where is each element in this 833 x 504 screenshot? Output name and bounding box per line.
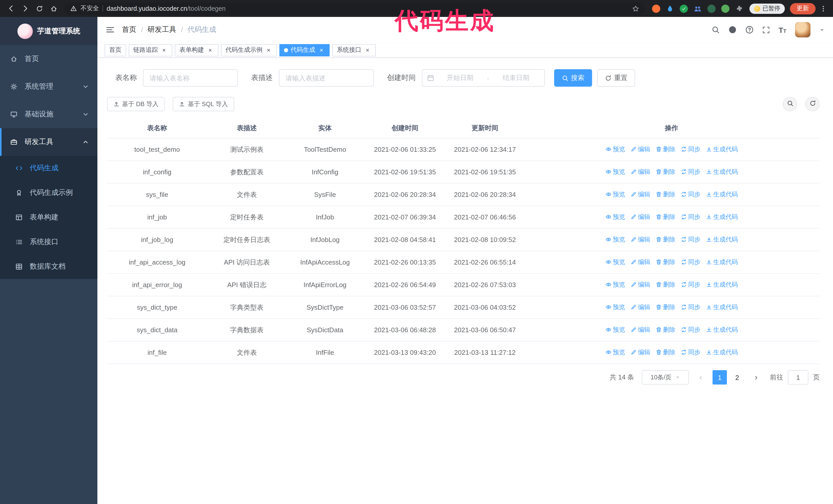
extension-drop-icon[interactable] bbox=[666, 4, 674, 13]
action-preview-link[interactable]: 预览 bbox=[605, 348, 625, 357]
tab-codegen-example[interactable]: 代码生成示例× bbox=[221, 44, 277, 56]
action-edit-link[interactable]: 编辑 bbox=[630, 303, 650, 312]
paused-badge[interactable]: 已暂停 bbox=[749, 3, 785, 14]
action-delete-link[interactable]: 删除 bbox=[656, 326, 675, 334]
sidebar-item-infra[interactable]: 基础设施 bbox=[0, 100, 97, 128]
action-edit-link[interactable]: 编辑 bbox=[630, 326, 650, 334]
action-preview-link[interactable]: 预览 bbox=[605, 168, 625, 176]
browser-menu-icon[interactable] bbox=[820, 5, 827, 12]
sidebar-toggle-icon[interactable] bbox=[105, 25, 115, 34]
action-edit-link[interactable]: 编辑 bbox=[630, 281, 650, 289]
action-delete-link[interactable]: 删除 bbox=[656, 145, 675, 154]
reload-icon[interactable] bbox=[33, 2, 46, 15]
date-range-picker[interactable]: 开始日期 - 结束日期 bbox=[422, 69, 545, 87]
action-generate-link[interactable]: 生成代码 bbox=[706, 326, 738, 334]
breadcrumb-item-home[interactable]: 首页 bbox=[122, 25, 136, 34]
action-edit-link[interactable]: 编辑 bbox=[630, 258, 650, 267]
action-edit-link[interactable]: 编辑 bbox=[630, 190, 650, 199]
action-delete-link[interactable]: 删除 bbox=[656, 258, 675, 267]
action-generate-link[interactable]: 生成代码 bbox=[706, 145, 738, 154]
sidebar-item-system[interactable]: 系统管理 bbox=[0, 73, 97, 100]
submenu-item-codegen-example[interactable]: 代码生成示例 bbox=[0, 181, 97, 205]
tab-api[interactable]: 系统接口× bbox=[332, 44, 376, 56]
prev-page-button[interactable]: ‹ bbox=[694, 370, 708, 385]
action-sync-link[interactable]: 同步 bbox=[681, 235, 700, 244]
action-edit-link[interactable]: 编辑 bbox=[630, 213, 650, 221]
action-delete-link[interactable]: 删除 bbox=[656, 281, 675, 289]
font-size-icon[interactable]: TT bbox=[779, 26, 786, 33]
action-sync-link[interactable]: 同步 bbox=[681, 190, 700, 199]
update-button[interactable]: 更新 bbox=[790, 3, 815, 14]
action-delete-link[interactable]: 删除 bbox=[656, 190, 675, 199]
action-generate-link[interactable]: 生成代码 bbox=[706, 168, 738, 176]
page-size-select[interactable]: 10条/页 bbox=[642, 370, 689, 385]
action-delete-link[interactable]: 删除 bbox=[656, 303, 675, 312]
import-sql-button[interactable]: 基于 SQL 导入 bbox=[173, 97, 234, 111]
tab-close-icon[interactable]: × bbox=[364, 46, 371, 54]
extension-chart-icon[interactable] bbox=[707, 4, 715, 13]
goto-page-input[interactable] bbox=[788, 370, 808, 385]
tab-home[interactable]: 首页 bbox=[104, 44, 126, 56]
action-preview-link[interactable]: 预览 bbox=[605, 281, 625, 289]
forward-icon[interactable] bbox=[19, 2, 32, 15]
table-desc-input[interactable] bbox=[279, 69, 374, 87]
action-generate-link[interactable]: 生成代码 bbox=[706, 303, 738, 312]
action-edit-link[interactable]: 编辑 bbox=[630, 145, 650, 154]
fullscreen-icon[interactable] bbox=[762, 26, 770, 33]
sidebar-item-devtools[interactable]: 研发工具 bbox=[0, 128, 97, 156]
caret-down-icon[interactable] bbox=[819, 27, 825, 32]
action-delete-link[interactable]: 删除 bbox=[656, 168, 675, 176]
next-page-button[interactable]: › bbox=[749, 370, 763, 385]
action-preview-link[interactable]: 预览 bbox=[605, 235, 625, 244]
action-generate-link[interactable]: 生成代码 bbox=[706, 213, 738, 221]
tab-close-icon[interactable]: × bbox=[161, 46, 168, 54]
tab-tracing[interactable]: 链路追踪× bbox=[129, 44, 172, 56]
tab-close-icon[interactable]: × bbox=[265, 46, 272, 54]
browser-home-icon[interactable] bbox=[47, 2, 61, 15]
action-generate-link[interactable]: 生成代码 bbox=[706, 235, 738, 244]
sidebar-item-home[interactable]: 首页 bbox=[0, 45, 97, 73]
action-sync-link[interactable]: 同步 bbox=[681, 326, 700, 334]
address-bar[interactable]: 不安全 dashboard.yudao.iocoder.cn/tool/code… bbox=[65, 2, 645, 15]
action-generate-link[interactable]: 生成代码 bbox=[706, 258, 738, 267]
action-delete-link[interactable]: 删除 bbox=[656, 348, 675, 357]
app-logo[interactable]: 芋道管理系统 bbox=[0, 17, 97, 45]
github-icon[interactable] bbox=[728, 26, 736, 34]
action-sync-link[interactable]: 同步 bbox=[681, 303, 700, 312]
toggle-search-button[interactable] bbox=[783, 97, 797, 111]
tab-codegen[interactable]: 代码生成× bbox=[279, 44, 330, 56]
action-generate-link[interactable]: 生成代码 bbox=[706, 348, 738, 357]
action-sync-link[interactable]: 同步 bbox=[681, 145, 700, 154]
tab-close-icon[interactable]: × bbox=[207, 46, 214, 54]
submenu-item-codegen[interactable]: 代码生成 bbox=[0, 156, 97, 181]
page-button-2[interactable]: 2 bbox=[730, 370, 744, 385]
action-sync-link[interactable]: 同步 bbox=[681, 281, 700, 289]
breadcrumb-item-devtools[interactable]: 研发工具 bbox=[148, 25, 176, 34]
action-preview-link[interactable]: 预览 bbox=[605, 303, 625, 312]
action-preview-link[interactable]: 预览 bbox=[605, 145, 625, 154]
action-sync-link[interactable]: 同步 bbox=[681, 168, 700, 176]
action-preview-link[interactable]: 预览 bbox=[605, 213, 625, 221]
page-button-1[interactable]: 1 bbox=[713, 370, 727, 385]
tab-close-icon[interactable]: × bbox=[318, 46, 325, 54]
search-icon[interactable] bbox=[711, 26, 719, 34]
action-sync-link[interactable]: 同步 bbox=[681, 213, 700, 221]
reset-button[interactable]: 重置 bbox=[597, 69, 635, 87]
back-icon[interactable] bbox=[4, 2, 18, 15]
action-sync-link[interactable]: 同步 bbox=[681, 348, 700, 357]
tab-form-builder[interactable]: 表单构建× bbox=[175, 44, 218, 56]
import-db-button[interactable]: 基于 DB 导入 bbox=[107, 97, 165, 111]
action-generate-link[interactable]: 生成代码 bbox=[706, 281, 738, 289]
action-edit-link[interactable]: 编辑 bbox=[630, 348, 650, 357]
submenu-item-api[interactable]: 系统接口 bbox=[0, 230, 97, 254]
action-generate-link[interactable]: 生成代码 bbox=[706, 190, 738, 199]
help-icon[interactable] bbox=[745, 26, 753, 34]
action-edit-link[interactable]: 编辑 bbox=[630, 235, 650, 244]
action-edit-link[interactable]: 编辑 bbox=[630, 168, 650, 176]
action-preview-link[interactable]: 预览 bbox=[605, 258, 625, 267]
search-button[interactable]: 搜索 bbox=[554, 69, 592, 87]
bookmark-star-icon[interactable] bbox=[632, 5, 639, 12]
user-avatar[interactable] bbox=[795, 22, 810, 38]
extension-fox-icon[interactable] bbox=[652, 4, 660, 13]
action-sync-link[interactable]: 同步 bbox=[681, 258, 700, 267]
